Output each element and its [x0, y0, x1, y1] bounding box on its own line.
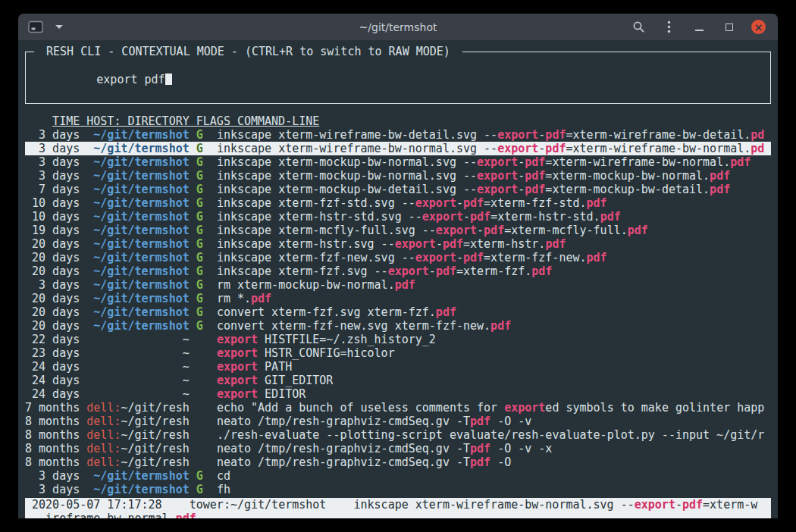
row-flags — [196, 374, 203, 387]
search-match: pdf — [463, 196, 484, 210]
search-match: pdf — [443, 237, 463, 251]
minimize-button[interactable] — [691, 19, 707, 36]
row-time: 20 days — [25, 264, 80, 278]
history-row[interactable]: 19 days ~/git/termshot G inkscape xterm-… — [25, 224, 771, 237]
history-row[interactable]: 7 days ~/git/termshot G inkscape xterm-m… — [25, 183, 771, 196]
history-row[interactable]: 8 months dell:~/git/resh neato /tmp/resh… — [25, 442, 771, 455]
search-box[interactable]: RESH CLI - CONTEXTUAL MODE - (CTRL+R to … — [25, 52, 771, 104]
search-match: pdf — [470, 455, 490, 469]
search-match: pdf — [463, 251, 484, 264]
search-match: pdf — [545, 142, 566, 155]
row-command: inkscape xterm-hstr.svg --export-pdf=xte… — [217, 237, 566, 251]
row-flags: G — [196, 264, 203, 278]
row-directory: ~ — [183, 387, 190, 401]
row-host: dell: — [86, 455, 121, 469]
row-directory: ~/git/termshot — [93, 128, 189, 142]
row-directory: ~/git/resh — [121, 442, 189, 455]
row-flags: G — [196, 142, 203, 155]
close-button[interactable]: × — [751, 20, 766, 34]
row-directory: ~/git/resh — [121, 428, 189, 442]
row-time: 8 months — [25, 428, 80, 442]
row-command: rm xterm-mockup-bw-normal.pdf — [217, 278, 415, 292]
search-match: export — [415, 251, 456, 264]
row-command: export PATH — [217, 360, 292, 374]
row-directory: ~/git/resh — [121, 415, 189, 428]
minimize-icon — [695, 30, 704, 31]
history-row[interactable]: 3 days ~/git/termshot G fh — [25, 483, 771, 496]
history-row[interactable]: 20 days ~/git/termshot G inkscape xterm-… — [25, 251, 771, 264]
search-match: export — [436, 224, 477, 237]
history-row[interactable]: 3 days ~/git/termshot G inkscape xterm-m… — [25, 169, 771, 183]
chevron-down-icon[interactable] — [51, 19, 67, 36]
row-directory: ~ — [183, 346, 190, 360]
row-command: inkscape xterm-mockup-bw-normal.svg --ex… — [217, 169, 730, 183]
search-query[interactable]: export pdf — [96, 73, 165, 86]
history-row[interactable]: 10 days ~/git/termshot G inkscape xterm-… — [25, 196, 771, 210]
search-match: pdf — [176, 512, 196, 518]
history-row[interactable]: 3 days ~/git/termshot G inkscape xterm-w… — [25, 142, 771, 155]
row-directory: ~/git/termshot — [93, 305, 189, 319]
history-row[interactable]: 20 days ~/git/termshot G convert xterm-f… — [25, 319, 771, 333]
history-row[interactable]: 22 days ~ export HISTFILE=~/.zsh_history… — [25, 333, 771, 346]
row-command: cd — [217, 469, 230, 483]
search-match: pdf — [436, 305, 456, 319]
history-row[interactable]: 24 days ~ export PATH — [25, 360, 771, 374]
row-command: convert xterm-fzf.svg xterm-fzf.pdf — [217, 305, 456, 319]
row-flags — [196, 333, 203, 346]
history-row[interactable]: 20 days ~/git/termshot G inkscape xterm-… — [25, 237, 771, 251]
row-directory: ~/git/termshot — [93, 319, 189, 333]
row-time: 20 days — [25, 292, 80, 305]
history-row[interactable]: 3 days ~/git/termshot G inkscape xterm-m… — [25, 155, 771, 169]
history-row[interactable]: 8 months dell:~/git/resh ./resh-evaluate… — [25, 428, 771, 442]
search-match: export — [635, 498, 675, 512]
row-time: 10 days — [25, 196, 80, 210]
history-row[interactable]: 8 months dell:~/git/resh neato /tmp/resh… — [25, 415, 771, 428]
kebab-menu-icon[interactable] — [660, 19, 677, 36]
row-flags: G — [196, 292, 203, 305]
search-match: pdf — [470, 210, 490, 224]
history-row[interactable]: 20 days ~/git/termshot G convert xterm-f… — [25, 305, 771, 319]
history-row[interactable]: 3 days ~/git/termshot G inkscape xterm-w… — [25, 128, 771, 142]
history-row[interactable]: 3 days ~/git/termshot G cd — [25, 469, 771, 483]
history-row[interactable]: 20 days ~/git/termshot G inkscape xterm-… — [25, 264, 771, 278]
row-time: 22 days — [25, 333, 80, 346]
history-row[interactable]: 7 months dell:~/git/resh echo "Add a bun… — [25, 401, 771, 415]
search-match: export — [422, 210, 463, 224]
row-command: fh — [217, 483, 230, 496]
row-directory: ~/git/termshot — [93, 183, 189, 196]
search-match: pdf — [470, 415, 490, 428]
search-match: pdf — [545, 128, 566, 142]
history-row[interactable]: 24 days ~ export GIT_EDITOR — [25, 374, 771, 387]
restore-button[interactable] — [721, 19, 738, 36]
search-match: export — [217, 387, 258, 401]
row-directory: ~/git/termshot — [93, 251, 189, 264]
search-icon[interactable] — [630, 19, 647, 36]
row-directory: ~/git/termshot — [93, 278, 189, 292]
search-match: pdf — [730, 155, 751, 169]
row-flags: G — [196, 169, 203, 183]
row-time: 10 days — [25, 210, 80, 224]
search-match: pdf — [470, 442, 490, 455]
history-row[interactable]: 10 days ~/git/termshot G inkscape xterm-… — [25, 210, 771, 224]
row-host: dell: — [86, 415, 121, 428]
history-row[interactable]: 3 days ~/git/termshot G rm xterm-mockup-… — [25, 278, 771, 292]
row-directory: ~ — [183, 333, 190, 346]
row-host: dell: — [86, 401, 121, 415]
row-flags: G — [196, 278, 203, 292]
history-row[interactable]: 23 days ~ export HSTR_CONFIG=hicolor — [25, 346, 771, 360]
search-match: pdf — [600, 210, 621, 224]
history-row[interactable]: 24 days ~ export EDITOR — [25, 387, 771, 401]
titlebar[interactable]: ~/git/termshot × — [18, 14, 778, 41]
row-command: neato /tmp/resh-graphviz-cmdSeq.gv -Tpdf… — [217, 415, 531, 428]
row-directory: ~/git/termshot — [93, 469, 189, 483]
row-time: 8 months — [25, 442, 80, 455]
row-flags: G — [196, 251, 203, 264]
search-match: pdf — [525, 183, 545, 196]
row-command: convert xterm-fzf-new.svg xterm-fzf-new.… — [217, 319, 511, 333]
row-flags: G — [196, 224, 203, 237]
history-row[interactable]: 20 days ~/git/termshot G rm *.pdf — [25, 292, 771, 305]
terminal-window: ~/git/termshot × — [18, 14, 778, 518]
history-row[interactable]: 8 months dell:~/git/resh neato /tmp/resh… — [25, 455, 771, 469]
row-directory: ~/git/termshot — [93, 264, 189, 278]
terminal-app-icon[interactable] — [27, 19, 44, 36]
